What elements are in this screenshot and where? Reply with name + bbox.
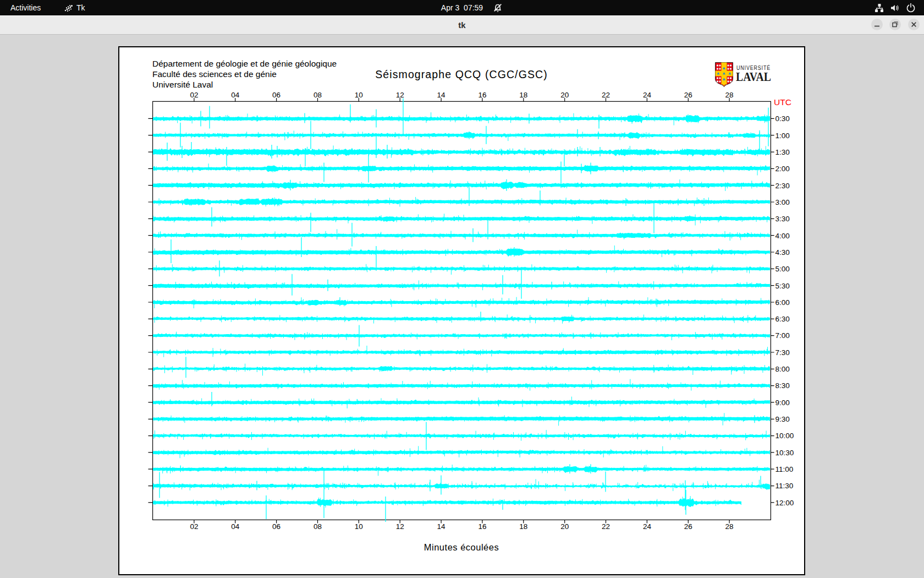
svg-text:10: 10 bbox=[355, 91, 363, 99]
svg-text:06: 06 bbox=[272, 91, 280, 99]
svg-text:1:00: 1:00 bbox=[776, 132, 790, 140]
svg-text:26: 26 bbox=[684, 522, 692, 531]
svg-text:5:30: 5:30 bbox=[776, 282, 790, 290]
svg-text:6:00: 6:00 bbox=[776, 298, 790, 307]
svg-text:LAVAL: LAVAL bbox=[736, 69, 771, 84]
svg-text:18: 18 bbox=[519, 91, 527, 99]
svg-text:Minutes écoulées: Minutes écoulées bbox=[424, 542, 499, 552]
svg-text:5:00: 5:00 bbox=[776, 265, 790, 273]
svg-text:12: 12 bbox=[396, 91, 404, 99]
svg-text:18: 18 bbox=[519, 522, 527, 531]
svg-text:2:00: 2:00 bbox=[776, 165, 790, 173]
svg-text:7:30: 7:30 bbox=[776, 348, 790, 357]
svg-text:08: 08 bbox=[314, 91, 322, 99]
svg-text:9:30: 9:30 bbox=[776, 415, 790, 423]
svg-text:3:00: 3:00 bbox=[776, 198, 790, 206]
svg-text:24: 24 bbox=[643, 522, 652, 531]
svg-text:10:00: 10:00 bbox=[776, 432, 794, 440]
svg-text:0:30: 0:30 bbox=[776, 114, 790, 123]
svg-text:7:00: 7:00 bbox=[776, 331, 790, 340]
svg-text:28: 28 bbox=[725, 91, 734, 99]
svg-text:Séismographe QCQ (CGC/GSC): Séismographe QCQ (CGC/GSC) bbox=[375, 68, 548, 80]
svg-text:04: 04 bbox=[231, 522, 240, 531]
svg-text:16: 16 bbox=[478, 91, 486, 99]
svg-text:28: 28 bbox=[725, 522, 734, 531]
svg-text:04: 04 bbox=[231, 91, 240, 99]
svg-text:20: 20 bbox=[560, 91, 569, 99]
svg-text:10: 10 bbox=[355, 522, 363, 531]
svg-text:22: 22 bbox=[602, 91, 610, 99]
svg-text:UTC: UTC bbox=[774, 97, 791, 107]
svg-text:26: 26 bbox=[684, 91, 692, 99]
svg-text:8:00: 8:00 bbox=[776, 365, 790, 373]
svg-text:8:30: 8:30 bbox=[776, 381, 790, 390]
svg-text:06: 06 bbox=[272, 522, 280, 531]
svg-text:11:00: 11:00 bbox=[776, 465, 794, 473]
svg-text:20: 20 bbox=[560, 522, 569, 531]
svg-text:4:30: 4:30 bbox=[776, 248, 790, 257]
svg-text:11:30: 11:30 bbox=[776, 482, 794, 490]
svg-text:12:00: 12:00 bbox=[776, 499, 794, 507]
svg-text:9:00: 9:00 bbox=[776, 399, 790, 407]
svg-text:22: 22 bbox=[602, 522, 610, 531]
svg-text:08: 08 bbox=[314, 522, 322, 531]
svg-text:16: 16 bbox=[478, 522, 486, 531]
svg-text:1:30: 1:30 bbox=[776, 148, 790, 156]
svg-text:10:30: 10:30 bbox=[776, 449, 794, 457]
svg-text:3:30: 3:30 bbox=[776, 215, 790, 223]
svg-text:6:30: 6:30 bbox=[776, 315, 790, 323]
svg-text:14: 14 bbox=[437, 522, 446, 531]
svg-text:02: 02 bbox=[190, 91, 198, 99]
svg-text:2:30: 2:30 bbox=[776, 182, 790, 190]
svg-text:Département de géologie et de: Département de géologie et de génie géol… bbox=[152, 59, 337, 68]
svg-text:4:00: 4:00 bbox=[776, 232, 790, 240]
svg-text:14: 14 bbox=[437, 91, 446, 99]
svg-text:Université Laval: Université Laval bbox=[152, 80, 213, 89]
svg-text:02: 02 bbox=[190, 522, 198, 531]
svg-text:12: 12 bbox=[396, 522, 404, 531]
svg-text:Faculté des sciences et de gén: Faculté des sciences et de génie bbox=[152, 69, 277, 79]
svg-text:24: 24 bbox=[643, 91, 652, 99]
